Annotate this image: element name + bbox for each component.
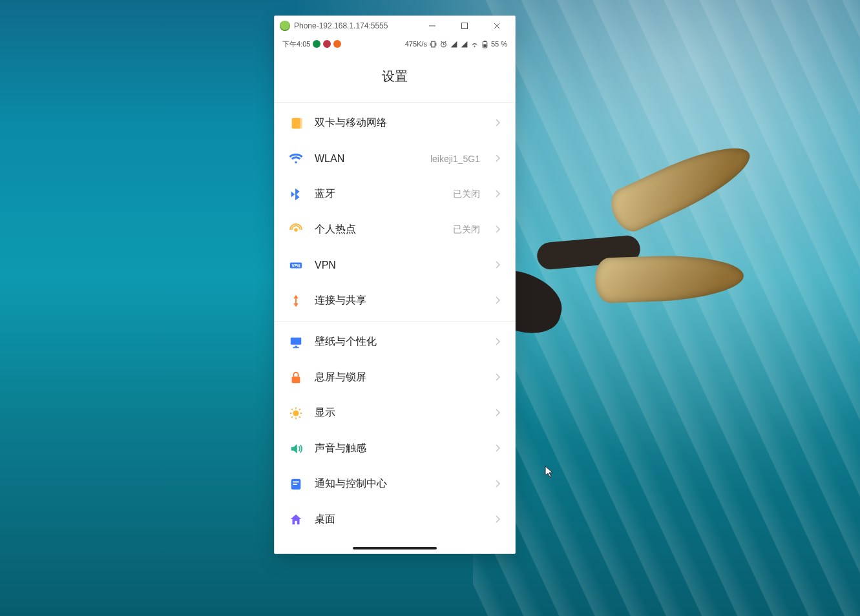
chevron-right-icon bbox=[496, 478, 501, 490]
display-icon bbox=[289, 406, 303, 420]
chevron-right-icon bbox=[496, 118, 501, 129]
wallpaper-diver bbox=[485, 194, 763, 375]
wifi-icon bbox=[289, 152, 303, 166]
status-battery: 55 % bbox=[491, 40, 507, 48]
settings-row[interactable]: 声音与触感 bbox=[275, 431, 515, 466]
settings-row-label: WLAN bbox=[315, 153, 344, 165]
chevron-right-icon bbox=[496, 336, 501, 348]
window-title: Phone-192.168.1.174:5555 bbox=[294, 21, 388, 30]
wifi-status-icon bbox=[470, 40, 479, 48]
settings-row-value: 已关闭 bbox=[453, 189, 480, 200]
settings-row-value: 已关闭 bbox=[453, 224, 480, 236]
maximize-button[interactable] bbox=[450, 16, 479, 36]
status-dot-icon bbox=[323, 40, 331, 48]
bluetooth-icon bbox=[289, 187, 303, 201]
settings-row[interactable]: 蓝牙已关闭 bbox=[275, 176, 515, 212]
settings-row[interactable]: 桌面 bbox=[275, 502, 515, 537]
settings-row-label: 通知与控制中心 bbox=[315, 477, 387, 491]
settings-row-label: 壁纸与个性化 bbox=[315, 335, 377, 349]
settings-row-label: 息屏与锁屏 bbox=[315, 371, 366, 384]
settings-row[interactable]: 连接与共享 bbox=[275, 283, 515, 318]
svg-rect-0 bbox=[462, 23, 468, 29]
page-title: 设置 bbox=[275, 52, 515, 98]
lock-icon bbox=[289, 371, 303, 385]
chevron-right-icon bbox=[496, 153, 501, 165]
alarm-icon bbox=[439, 40, 448, 48]
settings-row[interactable]: WLANleikeji1_5G1 bbox=[275, 141, 515, 176]
settings-row-label: 连接与共享 bbox=[315, 294, 366, 307]
window-titlebar[interactable]: Phone-192.168.1.174:5555 bbox=[275, 16, 515, 36]
chevron-right-icon bbox=[496, 514, 501, 526]
settings-row[interactable]: 壁纸与个性化 bbox=[275, 324, 515, 360]
hotspot-icon bbox=[289, 223, 303, 237]
settings-row-label: 双卡与移动网络 bbox=[315, 116, 387, 130]
sim-icon bbox=[289, 116, 303, 130]
svg-rect-4 bbox=[483, 44, 486, 46]
settings-row[interactable]: VPN bbox=[275, 247, 515, 283]
settings-section: 双卡与移动网络WLANleikeji1_5G1蓝牙已关闭个人热点已关闭VPN连接… bbox=[275, 102, 515, 321]
settings-row[interactable]: 个人热点已关闭 bbox=[275, 212, 515, 247]
phone-screen: 下午4:05 475K/s 55 % 设置 双卡与移动网络WLANleikeji… bbox=[275, 36, 515, 553]
settings-row[interactable]: 通知与控制中心 bbox=[275, 466, 515, 502]
chevron-right-icon bbox=[496, 407, 501, 419]
scrcpy-window: Phone-192.168.1.174:5555 下午4:05 475K/s bbox=[274, 15, 516, 554]
notify-icon bbox=[289, 477, 303, 491]
sound-icon bbox=[289, 442, 303, 456]
gesture-bar[interactable] bbox=[353, 547, 437, 549]
settings-row-label: 显示 bbox=[315, 406, 335, 420]
chevron-right-icon bbox=[496, 224, 501, 236]
wallpaper-icon bbox=[289, 335, 303, 349]
signal-icon bbox=[460, 40, 468, 48]
vibrate-icon bbox=[429, 40, 437, 48]
chevron-right-icon bbox=[496, 372, 501, 384]
close-button[interactable] bbox=[483, 16, 511, 36]
svg-rect-3 bbox=[484, 41, 486, 42]
chevron-right-icon bbox=[496, 260, 501, 271]
android-statusbar: 下午4:05 475K/s 55 % bbox=[275, 36, 515, 52]
minimize-button[interactable] bbox=[418, 16, 446, 36]
share-icon bbox=[289, 294, 303, 308]
status-netspeed: 475K/s bbox=[405, 40, 427, 48]
settings-row-label: 蓝牙 bbox=[315, 187, 335, 201]
settings-row-label: VPN bbox=[315, 260, 336, 271]
home-icon bbox=[289, 513, 303, 527]
chevron-right-icon bbox=[496, 295, 501, 307]
settings-row-value: leikeji1_5G1 bbox=[430, 154, 480, 164]
settings-row[interactable]: 显示 bbox=[275, 395, 515, 431]
settings-row-label: 声音与触感 bbox=[315, 442, 366, 455]
vpn-icon bbox=[289, 258, 303, 272]
battery-icon bbox=[481, 40, 489, 48]
chevron-right-icon bbox=[496, 443, 501, 455]
status-dot-icon bbox=[333, 40, 341, 48]
settings-section: 壁纸与个性化息屏与锁屏显示声音与触感通知与控制中心桌面 bbox=[275, 321, 515, 540]
signal-icon bbox=[450, 40, 458, 48]
settings-row[interactable]: 息屏与锁屏 bbox=[275, 360, 515, 395]
settings-row[interactable]: 双卡与移动网络 bbox=[275, 105, 515, 141]
settings-row-label: 个人热点 bbox=[315, 223, 356, 236]
status-dot-icon bbox=[313, 40, 320, 48]
chevron-right-icon bbox=[496, 189, 501, 200]
settings-row-label: 桌面 bbox=[315, 513, 335, 526]
status-time: 下午4:05 bbox=[282, 39, 310, 49]
app-icon bbox=[280, 21, 290, 31]
